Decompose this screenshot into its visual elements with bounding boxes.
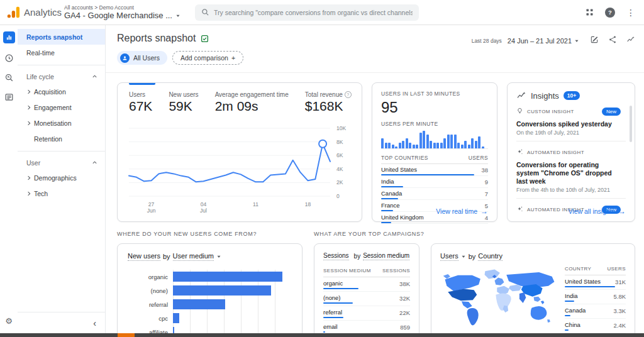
- map-country-row[interactable]: United States31K: [565, 275, 626, 290]
- date-range-picker[interactable]: 24 Jun – 21 Jul 2021: [508, 37, 579, 45]
- account-switcher[interactable]: All accounts > Demo Account GA4 - Google…: [64, 4, 195, 20]
- users-trend-chart[interactable]: 10K8K6K4K2K027Jun04Jul1118: [123, 122, 360, 219]
- global-search: [195, 4, 419, 21]
- value-bar: [381, 186, 403, 187]
- sidebar-item-label: Retention: [34, 135, 62, 143]
- sessions-row[interactable]: email859: [323, 321, 410, 333]
- analytics-logo[interactable]: Analytics: [6, 6, 64, 19]
- metric-value: 2m 09s: [215, 99, 289, 114]
- insight-item[interactable]: CUSTOM INSIGHTNewConversions spiked yest…: [516, 101, 626, 141]
- edit-icon[interactable]: [590, 35, 599, 47]
- sidebar-item-acquisition[interactable]: Acquisition: [18, 84, 105, 99]
- new-users-bar-chart[interactable]: organic(none)referralcpcaffiliateemail(d…: [128, 270, 292, 333]
- map-country-row[interactable]: India5.8K: [565, 290, 626, 304]
- realtime-country-row[interactable]: India9: [381, 176, 488, 188]
- sidebar-item-reports-snapshot[interactable]: Reports snapshot: [18, 29, 105, 45]
- svg-text:04Jul: 04Jul: [200, 201, 207, 214]
- sidebar-item-real-time[interactable]: Real-time: [18, 45, 105, 60]
- by-label: by: [354, 253, 361, 260]
- metric-selector[interactable]: Sessions: [323, 252, 349, 260]
- map-country-row[interactable]: China2.4K: [565, 319, 626, 333]
- more-vert-icon[interactable]: ⋮: [626, 8, 635, 18]
- sidebar-item-engagement[interactable]: Engagement: [18, 99, 105, 115]
- users-per-minute-chart[interactable]: [381, 130, 488, 149]
- bar[interactable]: [173, 327, 174, 333]
- overview-card: Users67KNew users59KAverage engagement t…: [117, 82, 362, 222]
- chevron-down-icon: [175, 13, 180, 18]
- new-badge: New: [602, 108, 621, 116]
- dimension-selector[interactable]: Session medium: [363, 252, 409, 260]
- per-minute-bar: [450, 135, 453, 148]
- scrollbar[interactable]: [630, 106, 632, 142]
- chevron-down-icon[interactable]: [461, 254, 466, 259]
- dimension-selector[interactable]: User medium: [173, 252, 214, 261]
- country-name: France: [381, 202, 400, 209]
- help-icon[interactable]: ?: [605, 8, 615, 18]
- country-name: United States: [565, 279, 615, 285]
- view-all-insights-label: View all insights: [568, 207, 615, 215]
- view-real-time-link[interactable]: View real time →: [436, 207, 488, 216]
- help-icon[interactable]: ?: [345, 91, 352, 98]
- bar[interactable]: [173, 272, 282, 282]
- sessions-row[interactable]: organic38K: [323, 277, 410, 292]
- sidebar-item-tech[interactable]: Tech: [18, 185, 105, 201]
- bar-category-label: affiliate: [128, 329, 173, 334]
- metric-tab-users[interactable]: Users67K: [129, 91, 152, 114]
- reports-icon[interactable]: [3, 31, 15, 43]
- bar[interactable]: [173, 313, 179, 323]
- sidebar-section-user[interactable]: User: [18, 156, 105, 170]
- admin-gear-icon[interactable]: ⚙: [5, 316, 13, 326]
- arrow-right-icon: →: [618, 207, 626, 216]
- collapse-sidebar-button[interactable]: ‹: [18, 312, 105, 333]
- metric-tab-total-revenue[interactable]: Total revenue?$168K: [305, 91, 352, 114]
- per-minute-bar: [430, 141, 432, 148]
- sessions-row[interactable]: (none)32K: [323, 292, 410, 306]
- dimension-selector[interactable]: Country: [478, 252, 502, 261]
- metric-selector[interactable]: Users: [440, 252, 458, 261]
- property-name: GA4 - Google Merchandise ...: [64, 11, 172, 20]
- insight-item[interactable]: AUTOMATED INSIGHTConversions for operati…: [516, 141, 626, 198]
- sidebar-item-retention[interactable]: Retention: [18, 131, 105, 146]
- value-bar: [381, 174, 474, 175]
- insight-kind: CUSTOM INSIGHT: [527, 109, 574, 114]
- map-country-row[interactable]: Canada3.3K: [565, 304, 626, 319]
- metric-selector[interactable]: New users: [128, 252, 160, 261]
- chevron-down-icon[interactable]: [216, 254, 221, 259]
- realtime-country-row[interactable]: Canada7: [381, 188, 488, 200]
- snapshot-check-icon[interactable]: [201, 35, 209, 43]
- value-bar: [323, 331, 325, 333]
- world-map[interactable]: [440, 265, 558, 333]
- bar-category-label: (none): [128, 287, 173, 294]
- all-users-chip[interactable]: All Users: [117, 51, 167, 65]
- metric-tab-new-users[interactable]: New users59K: [169, 91, 198, 114]
- users-by-country-card: Users by Country: [431, 243, 635, 333]
- metric-label: New users: [169, 91, 198, 98]
- per-minute-bar: [406, 138, 408, 148]
- per-minute-bar: [436, 143, 439, 148]
- bar[interactable]: [173, 299, 225, 309]
- view-real-time-label: View real time: [436, 207, 477, 215]
- view-all-insights-link[interactable]: View all insights →: [568, 207, 626, 216]
- advertising-list-icon[interactable]: [4, 92, 14, 102]
- bar[interactable]: [173, 285, 271, 296]
- sessions-row[interactable]: referral22K: [323, 306, 410, 321]
- realtime-card: USERS IN LAST 30 MINUTES 95 USERS PER MI…: [372, 82, 497, 222]
- sidebar-item-monetisation[interactable]: Monetisation: [18, 115, 105, 131]
- metric-tab-avg-engagement-time[interactable]: Average engagement time2m 09s: [215, 91, 289, 114]
- users-header: USERS: [469, 155, 488, 161]
- search-icon: [201, 8, 209, 16]
- sidebar-item-label: Reports snapshot: [26, 33, 82, 41]
- apps-grid-icon[interactable]: [586, 8, 594, 16]
- insights-sparkle-icon[interactable]: [626, 35, 635, 47]
- search-input[interactable]: [195, 4, 419, 21]
- value-bar: [323, 302, 353, 304]
- realtime-clock-icon[interactable]: [4, 53, 14, 63]
- metric-label: Average engagement time: [215, 91, 289, 98]
- sidebar-section-life-cycle[interactable]: Life cycle: [18, 70, 105, 84]
- explore-search-icon[interactable]: [4, 73, 14, 82]
- add-comparison-chip[interactable]: Add comparison +: [172, 51, 243, 65]
- sidebar-item-demographics[interactable]: Demographics: [18, 170, 105, 185]
- sessions-value: 22K: [399, 309, 410, 316]
- realtime-country-row[interactable]: United States38: [381, 164, 488, 176]
- share-icon[interactable]: [608, 35, 617, 47]
